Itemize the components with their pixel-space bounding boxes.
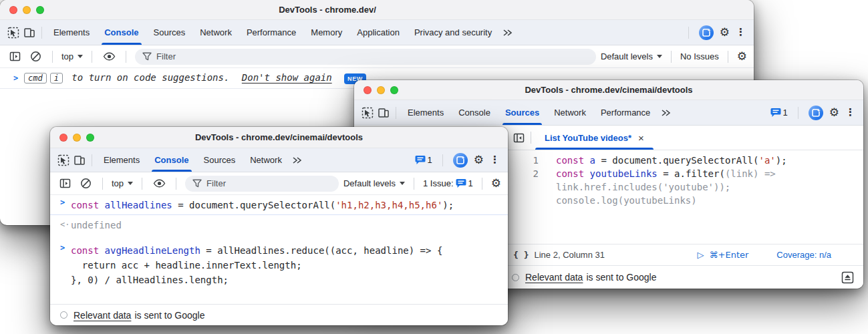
more-tabs-icon[interactable] (289, 148, 305, 172)
tab-label: Application (357, 27, 400, 37)
issue-label: 1 Issue: (423, 178, 454, 188)
code-editor[interactable]: 1const a = document.querySelectorAll('a'… (508, 150, 863, 244)
more-options-icon[interactable]: ⋮ (736, 27, 746, 37)
clear-console-icon[interactable] (27, 45, 43, 67)
issues-counter[interactable]: 1 (415, 155, 432, 165)
device-toolbar-icon[interactable] (21, 20, 37, 45)
settings-gear-icon[interactable]: ⚙ (829, 107, 839, 118)
issues-status[interactable]: No Issues (680, 51, 719, 61)
console-input-entry[interactable]: > const allHeadlines = document.querySel… (50, 195, 508, 215)
issues-bubble-icon (456, 178, 466, 188)
tab-label: Performance (247, 27, 296, 37)
tab-sources[interactable]: Sources (498, 100, 547, 125)
console-input-entry[interactable]: > const avgHeadlineLength = allHeadlines… (50, 240, 508, 289)
toggle-navigator-icon[interactable] (511, 126, 527, 150)
issues-count: 1 (468, 178, 473, 188)
tab-application[interactable]: Application (349, 20, 407, 45)
log-levels-selector[interactable]: Default levels (601, 51, 662, 61)
issues-counter[interactable]: 1 Issue: 1 (423, 178, 473, 188)
settings-gear-icon[interactable]: ⚙ (720, 27, 730, 38)
log-levels-selector[interactable]: Default levels (343, 178, 405, 188)
tab-performance[interactable]: Performance (593, 100, 658, 125)
dont-show-again-link[interactable]: Don't show again (242, 72, 332, 83)
clear-console-icon[interactable] (78, 172, 94, 194)
hint-text: to turn on code suggestions. (71, 72, 229, 83)
sources-editor-pane: List YouTube videos* × 1const a = docume… (508, 126, 863, 265)
console-settings-gear-icon[interactable]: ⚙ (737, 51, 747, 62)
titlebar[interactable]: DevTools - chrome.dev/cinemai/devtools (50, 127, 508, 148)
tab-sources[interactable]: Sources (146, 20, 193, 45)
issues-counter[interactable]: 1 (770, 108, 788, 118)
filter-input[interactable]: Filter (135, 49, 596, 65)
divider (176, 178, 176, 190)
eye-icon[interactable] (101, 45, 117, 67)
tab-elements[interactable]: Elements (96, 148, 147, 172)
titlebar[interactable]: DevTools - chrome.dev/cinemai/devtools (354, 80, 863, 100)
panel-tabbar: Elements Console Sources Network Perform… (0, 20, 754, 45)
device-toolbar-icon[interactable] (71, 148, 88, 172)
issues-bubble-icon (415, 155, 426, 165)
panel-tabbar: Elements Console Sources Network 1 ⚙ ⋮ (50, 148, 508, 172)
relevant-data-link[interactable]: Relevant data (74, 310, 131, 321)
console-sidebar-icon[interactable] (57, 172, 73, 194)
run-shortcut[interactable]: ⌘+Enter (710, 250, 749, 260)
tab-console[interactable]: Console (451, 100, 498, 125)
console-settings-gear-icon[interactable]: ⚙ (491, 178, 501, 189)
inspect-element-icon[interactable] (55, 148, 71, 172)
eye-icon[interactable] (151, 172, 167, 194)
tab-privacy-and-security[interactable]: Privacy and security (407, 20, 499, 45)
titlebar[interactable]: DevTools - chrome.dev/ (0, 0, 754, 20)
run-snippet-icon[interactable]: ▷ (698, 250, 704, 260)
tab-elements[interactable]: Elements (400, 100, 451, 125)
file-tab-list-youtube-videos[interactable]: List YouTube videos* × (535, 126, 654, 150)
tab-memory[interactable]: Memory (303, 20, 349, 45)
relevant-data-link[interactable]: Relevant data (525, 272, 583, 283)
console-sidebar-icon[interactable] (7, 45, 23, 67)
filter-input[interactable]: Filter (185, 176, 339, 192)
divider (482, 178, 482, 190)
privacy-notice-bar: Relevant data is sent to Google (50, 304, 508, 325)
issues-count: 1 (428, 155, 432, 165)
tab-label: Memory (311, 27, 342, 37)
coverage-link[interactable]: Coverage: n/a (776, 250, 831, 260)
divider (396, 107, 396, 119)
tab-sources[interactable]: Sources (196, 148, 243, 172)
divider (798, 107, 799, 119)
result-arrow-icon: <· (60, 218, 71, 232)
tab-label: Sources (505, 108, 539, 118)
divider (414, 178, 414, 190)
inspect-element-icon[interactable] (359, 100, 376, 125)
window-title: DevTools - chrome.dev/cinemai/devtools (50, 127, 508, 148)
privacy-notice-text: is sent to Google (586, 272, 656, 283)
tab-console[interactable]: Console (147, 148, 196, 172)
tab-network[interactable]: Network (547, 100, 593, 125)
pretty-print-icon[interactable]: { } (513, 250, 529, 260)
context-label: top (61, 51, 74, 61)
tab-network[interactable]: Network (243, 148, 289, 172)
more-tabs-icon[interactable] (658, 100, 674, 125)
issues-count: 1 (783, 108, 788, 118)
tab-performance[interactable]: Performance (239, 20, 303, 45)
divider (688, 27, 689, 39)
console-result-entry: <· undefined (50, 215, 508, 234)
filter-funnel-icon (192, 179, 202, 188)
open-drawer-icon[interactable] (841, 271, 854, 284)
close-file-tab-icon[interactable]: × (638, 132, 644, 144)
tab-network[interactable]: Network (192, 20, 239, 45)
levels-label: Default levels (343, 178, 396, 188)
tab-elements[interactable]: Elements (46, 20, 97, 45)
gemini-ai-icon[interactable] (453, 153, 468, 168)
more-tabs-icon[interactable] (499, 20, 515, 45)
context-selector[interactable]: top (61, 51, 83, 61)
gemini-ai-icon[interactable] (809, 106, 823, 120)
tab-console[interactable]: Console (97, 20, 146, 45)
device-toolbar-icon[interactable] (376, 100, 392, 125)
tab-label: Privacy and security (414, 27, 492, 37)
more-options-icon[interactable]: ⋮ (490, 155, 500, 165)
context-selector[interactable]: top (112, 178, 133, 188)
inspect-element-icon[interactable] (5, 20, 21, 45)
more-options-icon[interactable]: ⋮ (845, 108, 855, 118)
gemini-ai-icon[interactable] (699, 25, 714, 40)
context-label: top (112, 178, 124, 188)
settings-gear-icon[interactable]: ⚙ (474, 154, 484, 166)
